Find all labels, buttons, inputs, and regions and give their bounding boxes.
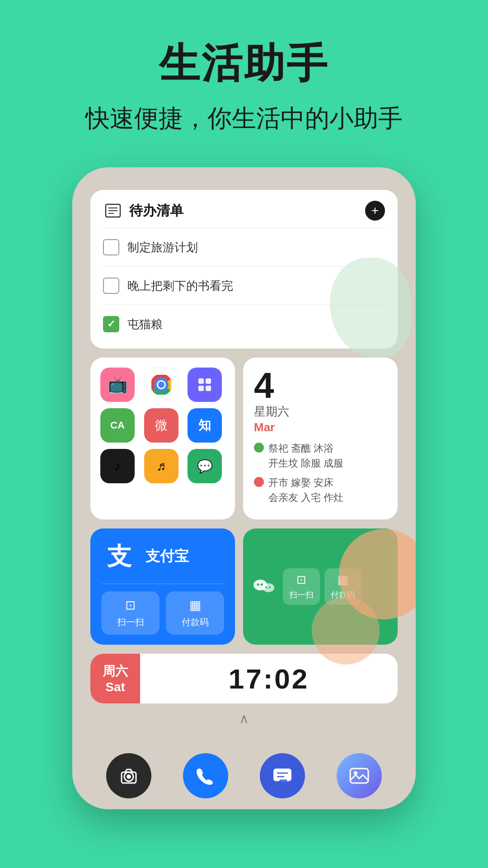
alipay-divider xyxy=(101,584,224,584)
cal-inauspicious-row: 开市 嫁娶 安床会亲友 入宅 作灶 xyxy=(254,475,387,505)
alipay-pay-label: 付款码 xyxy=(182,616,209,628)
inauspicious-dot xyxy=(254,477,264,487)
calendar-day: 4 xyxy=(254,368,387,404)
chevron-row: ∧ xyxy=(90,711,398,726)
calendar-month: Mar xyxy=(254,420,387,434)
calendar-widget: 4 星期六 Mar 祭祀 斋醮 沐浴开生坟 除服 成服 开市 嫁娶 安床会亲友 … xyxy=(243,358,398,519)
checkbox-1[interactable] xyxy=(103,239,119,255)
alipay-name: 支付宝 xyxy=(145,547,189,566)
auspicious-dot xyxy=(254,443,264,453)
svg-rect-25 xyxy=(350,769,368,783)
calendar-info: 祭祀 斋醮 沐浴开生坟 除服 成服 开市 嫁娶 安床会亲友 入宅 作灶 xyxy=(254,441,387,505)
svg-rect-11 xyxy=(206,386,211,391)
todo-list-icon xyxy=(103,201,123,221)
svg-point-14 xyxy=(257,583,259,585)
app-ca[interactable]: CA xyxy=(100,408,135,443)
app-wechat[interactable]: 💬 xyxy=(188,449,222,483)
checkbox-3[interactable] xyxy=(103,316,119,332)
dock-phone-button[interactable] xyxy=(183,753,228,798)
chevron-up-icon: ∧ xyxy=(239,711,249,726)
phone-mockup: 待办清单 + 制定旅游计划 晚上把剩下的书看完 屯猫粮 📺 xyxy=(72,167,416,809)
clock-time: 17:02 xyxy=(140,663,398,695)
app-grid-widget: 📺 xyxy=(90,358,235,519)
pay-icon: ▦ xyxy=(189,598,201,613)
todo-text-3: 屯猫粮 xyxy=(127,316,163,332)
inauspicious-text: 开市 嫁娶 安床会亲友 入宅 作灶 xyxy=(268,475,343,505)
svg-point-19 xyxy=(127,774,131,779)
app-bilibili[interactable]: 📺 xyxy=(100,368,135,402)
wechat-scan-button[interactable]: ⊡ 扫一扫 xyxy=(283,568,320,605)
auspicious-text: 祭祀 斋醮 沐浴开生坟 除服 成服 xyxy=(268,441,343,471)
scan-icon: ⊡ xyxy=(125,598,136,613)
todo-item-1[interactable]: 制定旅游计划 xyxy=(103,234,385,261)
todo-text-2: 晚上把剩下的书看完 xyxy=(127,278,233,294)
todo-header-left: 待办清单 xyxy=(103,201,183,221)
cal-auspicious-row: 祭祀 斋醮 沐浴开生坟 除服 成服 xyxy=(254,441,387,471)
alipay-pay-button[interactable]: ▦ 付款码 xyxy=(166,591,224,635)
clock-date-badge: 周六 Sat xyxy=(90,654,140,703)
app-grid: 📺 xyxy=(100,368,225,483)
app-chrome[interactable] xyxy=(144,368,178,402)
svg-rect-9 xyxy=(206,378,211,384)
svg-point-13 xyxy=(263,583,274,592)
todo-text-1: 制定旅游计划 xyxy=(127,240,198,255)
todo-header: 待办清单 + xyxy=(103,201,385,221)
wechat-scan-label: 扫一扫 xyxy=(289,590,314,600)
svg-rect-7 xyxy=(195,375,215,395)
app-weibo[interactable]: 微 xyxy=(144,408,178,443)
todo-divider-2 xyxy=(103,266,385,267)
svg-rect-21 xyxy=(273,769,291,781)
clock-weekday: 周六 xyxy=(103,663,128,680)
todo-add-button[interactable]: + xyxy=(365,201,385,221)
alipay-buttons: ⊡ 扫一扫 ▦ 付款码 xyxy=(101,591,224,635)
page-title: 生活助手 xyxy=(0,36,488,91)
alipay-scan-label: 扫一扫 xyxy=(117,616,144,628)
dock-gallery-button[interactable] xyxy=(337,753,382,798)
checkbox-2[interactable] xyxy=(103,278,119,294)
wechat-scan-icon: ⊡ xyxy=(296,573,306,587)
todo-title: 待办清单 xyxy=(129,202,183,220)
app-music[interactable]: ♬ xyxy=(144,449,178,483)
app-zhihu[interactable]: 知 xyxy=(188,408,222,443)
svg-point-16 xyxy=(265,586,267,588)
calendar-weekday: 星期六 xyxy=(254,404,387,420)
svg-rect-10 xyxy=(198,386,204,391)
svg-point-15 xyxy=(261,583,263,585)
svg-point-6 xyxy=(158,382,164,388)
deco-circle-2 xyxy=(312,597,380,665)
alipay-top: 支 支付宝 xyxy=(101,538,224,575)
bottom-dock xyxy=(72,753,416,798)
widgets-row-1: 📺 xyxy=(90,358,398,519)
clock-dayname: Sat xyxy=(105,680,125,694)
app-shortcut[interactable] xyxy=(188,368,222,402)
app-tiktok[interactable]: ♪ xyxy=(100,449,135,483)
svg-point-17 xyxy=(269,586,271,588)
dock-message-button[interactable] xyxy=(260,753,305,798)
dock-camera-button[interactable] xyxy=(106,753,151,798)
wechat-logo-icon xyxy=(251,574,277,599)
todo-divider xyxy=(103,228,385,228)
page-subtitle: 快速便捷，你生活中的小助手 xyxy=(0,102,488,135)
alipay-scan-button[interactable]: ⊡ 扫一扫 xyxy=(101,591,160,635)
alipay-widget: 支 支付宝 ⊡ 扫一扫 ▦ 付款码 xyxy=(90,528,235,645)
header: 生活助手 快速便捷，你生活中的小助手 xyxy=(0,0,488,153)
alipay-logo: 支 xyxy=(101,538,137,575)
svg-rect-8 xyxy=(198,378,204,384)
